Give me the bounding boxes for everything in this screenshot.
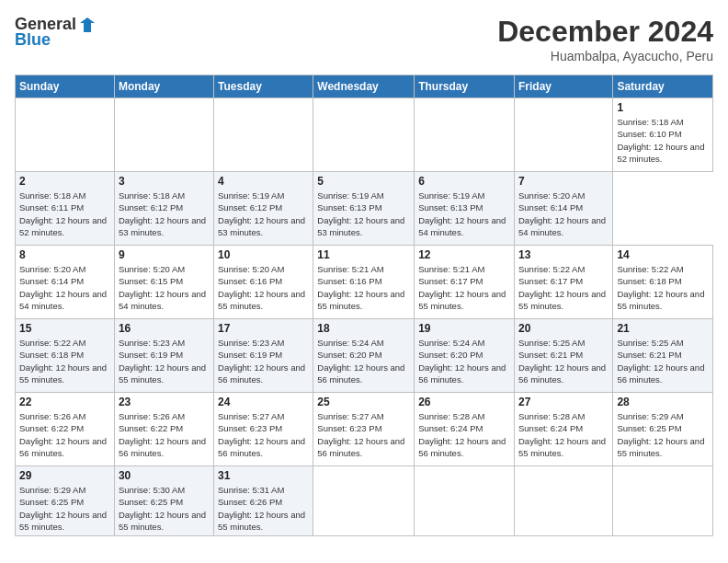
column-header-friday: Friday bbox=[514, 75, 612, 98]
day-number: 24 bbox=[218, 396, 309, 408]
calendar-day-cell bbox=[415, 466, 515, 536]
calendar-day-cell bbox=[313, 98, 415, 172]
day-info: Sunrise: 5:18 AMSunset: 6:11 PMDaylight:… bbox=[19, 190, 110, 238]
svg-marker-0 bbox=[80, 17, 95, 32]
logo-blue: Blue bbox=[15, 30, 51, 50]
calendar-day-cell: 21Sunrise: 5:25 AMSunset: 6:21 PMDayligh… bbox=[613, 319, 713, 393]
calendar-day-cell: 12Sunrise: 5:21 AMSunset: 6:17 PMDayligh… bbox=[415, 246, 515, 319]
calendar-day-cell: 11Sunrise: 5:21 AMSunset: 6:16 PMDayligh… bbox=[313, 246, 415, 319]
calendar-day-cell bbox=[415, 98, 515, 172]
day-number: 5 bbox=[317, 175, 410, 188]
day-info: Sunrise: 5:23 AMSunset: 6:19 PMDaylight:… bbox=[119, 337, 210, 385]
day-number: 30 bbox=[119, 469, 210, 482]
day-info: Sunrise: 5:27 AMSunset: 6:23 PMDaylight:… bbox=[317, 410, 410, 459]
day-number: 7 bbox=[518, 175, 609, 188]
day-info: Sunrise: 5:20 AMSunset: 6:14 PMDaylight:… bbox=[19, 263, 110, 312]
day-info: Sunrise: 5:22 AMSunset: 6:18 PMDaylight:… bbox=[19, 337, 110, 385]
calendar-day-cell bbox=[214, 98, 313, 172]
calendar-day-cell: 5Sunrise: 5:19 AMSunset: 6:13 PMDaylight… bbox=[313, 172, 415, 246]
day-info: Sunrise: 5:19 AMSunset: 6:12 PMDaylight:… bbox=[218, 190, 309, 238]
day-info: Sunrise: 5:25 AMSunset: 6:21 PMDaylight:… bbox=[518, 337, 609, 385]
calendar-week-row: 2Sunrise: 5:18 AMSunset: 6:11 PMDaylight… bbox=[16, 172, 713, 246]
day-info: Sunrise: 5:21 AMSunset: 6:16 PMDaylight:… bbox=[317, 263, 410, 312]
day-number: 15 bbox=[19, 322, 110, 335]
day-info: Sunrise: 5:26 AMSunset: 6:22 PMDaylight:… bbox=[119, 410, 210, 459]
calendar-week-row: 8Sunrise: 5:20 AMSunset: 6:14 PMDaylight… bbox=[16, 246, 713, 319]
column-header-tuesday: Tuesday bbox=[214, 75, 313, 98]
day-number: 22 bbox=[19, 396, 110, 408]
day-number: 17 bbox=[218, 322, 309, 335]
location-subtitle: Huambalpa, Ayacucho, Peru bbox=[497, 49, 713, 63]
day-number: 29 bbox=[19, 469, 110, 482]
day-number: 11 bbox=[317, 248, 410, 261]
calendar-day-cell: 29Sunrise: 5:29 AMSunset: 6:25 PMDayligh… bbox=[16, 466, 115, 536]
calendar-day-cell bbox=[514, 466, 612, 536]
day-info: Sunrise: 5:26 AMSunset: 6:22 PMDaylight:… bbox=[19, 410, 110, 459]
calendar-day-cell: 22Sunrise: 5:26 AMSunset: 6:22 PMDayligh… bbox=[16, 393, 115, 466]
day-info: Sunrise: 5:28 AMSunset: 6:24 PMDaylight:… bbox=[418, 410, 510, 459]
day-info: Sunrise: 5:24 AMSunset: 6:20 PMDaylight:… bbox=[317, 337, 410, 385]
calendar-day-cell: 26Sunrise: 5:28 AMSunset: 6:24 PMDayligh… bbox=[415, 393, 515, 466]
day-info: Sunrise: 5:22 AMSunset: 6:18 PMDaylight:… bbox=[617, 263, 709, 312]
day-number: 6 bbox=[418, 175, 510, 188]
column-header-monday: Monday bbox=[114, 75, 213, 98]
calendar-day-cell: 16Sunrise: 5:23 AMSunset: 6:19 PMDayligh… bbox=[114, 319, 213, 393]
day-number: 4 bbox=[218, 175, 309, 188]
calendar-day-cell: 9Sunrise: 5:20 AMSunset: 6:15 PMDaylight… bbox=[114, 246, 213, 319]
calendar-day-cell: 17Sunrise: 5:23 AMSunset: 6:19 PMDayligh… bbox=[214, 319, 313, 393]
day-info: Sunrise: 5:23 AMSunset: 6:19 PMDaylight:… bbox=[218, 337, 309, 385]
day-info: Sunrise: 5:20 AMSunset: 6:14 PMDaylight:… bbox=[518, 190, 609, 238]
day-number: 10 bbox=[218, 248, 309, 261]
calendar-day-cell: 4Sunrise: 5:19 AMSunset: 6:12 PMDaylight… bbox=[214, 172, 313, 246]
calendar-day-cell: 30Sunrise: 5:30 AMSunset: 6:25 PMDayligh… bbox=[114, 466, 213, 536]
calendar-day-cell: 27Sunrise: 5:28 AMSunset: 6:24 PMDayligh… bbox=[514, 393, 612, 466]
logo-flag-icon bbox=[78, 16, 97, 34]
calendar-day-cell bbox=[613, 466, 713, 536]
column-header-thursday: Thursday bbox=[415, 75, 515, 98]
day-info: Sunrise: 5:28 AMSunset: 6:24 PMDaylight:… bbox=[518, 410, 609, 459]
calendar-week-row: 22Sunrise: 5:26 AMSunset: 6:22 PMDayligh… bbox=[16, 393, 713, 466]
calendar-day-cell: 25Sunrise: 5:27 AMSunset: 6:23 PMDayligh… bbox=[313, 393, 415, 466]
day-number: 23 bbox=[119, 396, 210, 408]
calendar-day-cell: 13Sunrise: 5:22 AMSunset: 6:17 PMDayligh… bbox=[514, 246, 612, 319]
day-number: 9 bbox=[119, 248, 210, 261]
calendar-week-row: 1Sunrise: 5:18 AMSunset: 6:10 PMDaylight… bbox=[16, 98, 713, 172]
day-number: 1 bbox=[617, 101, 709, 114]
calendar-day-cell: 23Sunrise: 5:26 AMSunset: 6:22 PMDayligh… bbox=[114, 393, 213, 466]
calendar-day-cell: 8Sunrise: 5:20 AMSunset: 6:14 PMDaylight… bbox=[16, 246, 115, 319]
day-number: 20 bbox=[518, 322, 609, 335]
day-info: Sunrise: 5:20 AMSunset: 6:16 PMDaylight:… bbox=[218, 263, 309, 312]
calendar-day-cell: 15Sunrise: 5:22 AMSunset: 6:18 PMDayligh… bbox=[16, 319, 115, 393]
calendar-table: SundayMondayTuesdayWednesdayThursdayFrid… bbox=[15, 75, 713, 536]
calendar-day-cell bbox=[16, 98, 115, 172]
calendar-day-cell: 6Sunrise: 5:19 AMSunset: 6:13 PMDaylight… bbox=[415, 172, 515, 246]
day-info: Sunrise: 5:29 AMSunset: 6:25 PMDaylight:… bbox=[19, 484, 110, 533]
page-header: General Blue December 2024 Huambalpa, Ay… bbox=[15, 15, 713, 63]
day-number: 13 bbox=[518, 248, 609, 261]
column-header-saturday: Saturday bbox=[613, 75, 713, 98]
day-number: 25 bbox=[317, 396, 410, 408]
calendar-week-row: 15Sunrise: 5:22 AMSunset: 6:18 PMDayligh… bbox=[16, 319, 713, 393]
day-info: Sunrise: 5:31 AMSunset: 6:26 PMDaylight:… bbox=[218, 484, 309, 533]
day-number: 21 bbox=[617, 322, 709, 335]
calendar-header-row: SundayMondayTuesdayWednesdayThursdayFrid… bbox=[16, 75, 713, 98]
calendar-day-cell: 7Sunrise: 5:20 AMSunset: 6:14 PMDaylight… bbox=[514, 172, 612, 246]
day-info: Sunrise: 5:24 AMSunset: 6:20 PMDaylight:… bbox=[418, 337, 510, 385]
day-number: 3 bbox=[119, 175, 210, 188]
calendar-day-cell bbox=[514, 98, 612, 172]
calendar-week-row: 29Sunrise: 5:29 AMSunset: 6:25 PMDayligh… bbox=[16, 466, 713, 536]
day-number: 18 bbox=[317, 322, 410, 335]
day-info: Sunrise: 5:22 AMSunset: 6:17 PMDaylight:… bbox=[518, 263, 609, 312]
day-number: 16 bbox=[119, 322, 210, 335]
calendar-day-cell: 20Sunrise: 5:25 AMSunset: 6:21 PMDayligh… bbox=[514, 319, 612, 393]
day-info: Sunrise: 5:21 AMSunset: 6:17 PMDaylight:… bbox=[418, 263, 510, 312]
calendar-day-cell: 31Sunrise: 5:31 AMSunset: 6:26 PMDayligh… bbox=[214, 466, 313, 536]
day-info: Sunrise: 5:30 AMSunset: 6:25 PMDaylight:… bbox=[119, 484, 210, 533]
day-info: Sunrise: 5:27 AMSunset: 6:23 PMDaylight:… bbox=[218, 410, 309, 459]
calendar-day-cell: 19Sunrise: 5:24 AMSunset: 6:20 PMDayligh… bbox=[415, 319, 515, 393]
day-number: 2 bbox=[19, 175, 110, 188]
day-info: Sunrise: 5:18 AMSunset: 6:12 PMDaylight:… bbox=[119, 190, 210, 238]
calendar-day-cell: 18Sunrise: 5:24 AMSunset: 6:20 PMDayligh… bbox=[313, 319, 415, 393]
title-section: December 2024 Huambalpa, Ayacucho, Peru bbox=[497, 15, 713, 63]
calendar-day-cell: 24Sunrise: 5:27 AMSunset: 6:23 PMDayligh… bbox=[214, 393, 313, 466]
